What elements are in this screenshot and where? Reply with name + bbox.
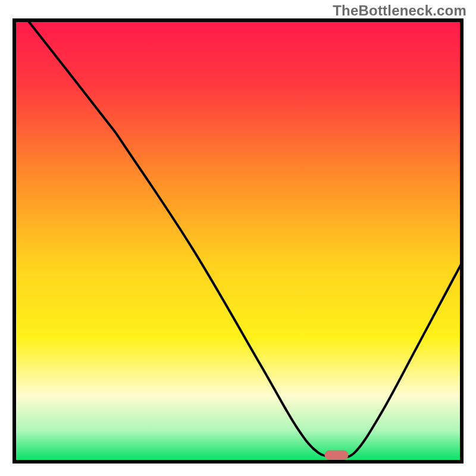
- chart-frame: TheBottleneck.com: [0, 0, 476, 476]
- bottleneck-chart: [0, 0, 476, 476]
- gradient-background: [14, 20, 462, 462]
- current-point-marker: [324, 450, 348, 460]
- plot-area: [14, 20, 462, 462]
